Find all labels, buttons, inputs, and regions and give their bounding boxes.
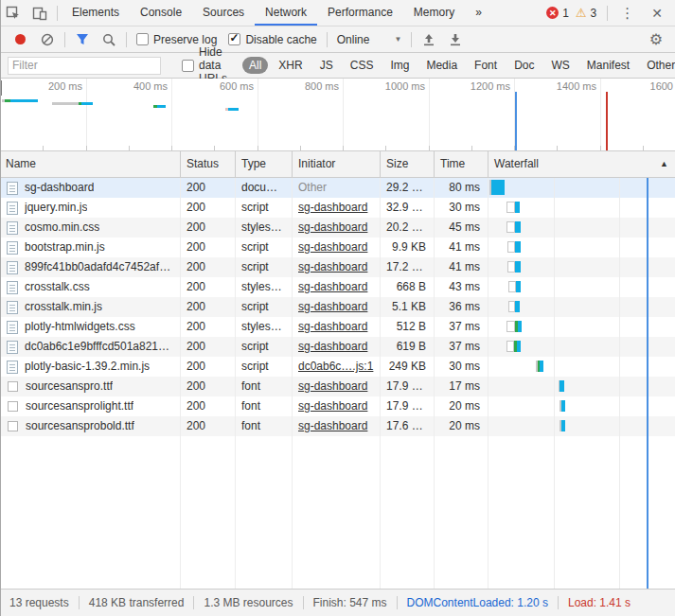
clear-button[interactable] — [36, 30, 59, 49]
initiator-link[interactable]: sg-dashboard — [298, 379, 367, 393]
table-row[interactable]: crosstalk.min.js200scriptsg-dashboard5.1… — [0, 297, 675, 317]
column-header-size[interactable]: Size — [381, 151, 435, 177]
error-badge-icon[interactable]: ✕ — [546, 7, 559, 19]
filter-pill-xhr[interactable]: XHR — [272, 57, 309, 74]
table-row[interactable]: 899fc41bb0adafd4c7452af6a…200scriptsg-da… — [0, 257, 675, 277]
checkbox-box[interactable] — [182, 60, 194, 72]
table-row[interactable]: bootstrap.min.js200scriptsg-dashboard9.9… — [0, 238, 675, 257]
cell-time: 20 ms — [435, 416, 488, 436]
tab-elements[interactable]: Elements — [62, 0, 130, 26]
filter-button[interactable] — [71, 30, 94, 49]
table-row[interactable]: jquery.min.js200scriptsg-dashboard32.9 K… — [0, 198, 675, 218]
tab-more[interactable]: » — [465, 0, 492, 26]
column-header-initiator[interactable]: Initiator — [293, 151, 381, 177]
cell-name[interactable]: sourcesansprolight.ttf — [0, 396, 181, 416]
request-name: cosmo.min.css — [25, 218, 99, 238]
timeline-minor-tick — [600, 146, 601, 150]
tab-memory[interactable]: Memory — [403, 0, 465, 26]
column-header-waterfall[interactable]: Waterfall▲ — [488, 151, 675, 177]
cell-size: 20.2 KB — [381, 218, 435, 238]
table-row[interactable]: sg-dashboard200docum…Other29.2 KB80 ms — [0, 178, 675, 198]
inspect-element-button[interactable] — [0, 0, 27, 26]
warning-triangle-icon[interactable]: ⚠ — [576, 7, 587, 19]
cell-name[interactable]: plotly-htmlwidgets.css — [0, 317, 181, 337]
close-icon[interactable]: ✕ — [643, 6, 671, 21]
cell-name[interactable]: sourcesanspro.ttf — [0, 377, 181, 396]
checkbox-box[interactable] — [228, 33, 240, 45]
column-header-type[interactable]: Type — [236, 151, 293, 177]
filter-pill-manifest[interactable]: Manifest — [580, 57, 636, 74]
cell-name[interactable]: sourcesansprobold.ttf — [0, 416, 181, 436]
cell-initiator: sg-dashboard — [293, 218, 381, 238]
table-row[interactable]: dc0ab6c1e9bfffcd501a82139…200scriptsg-da… — [0, 337, 675, 357]
column-header-status[interactable]: Status — [181, 151, 236, 177]
initiator-link[interactable]: sg-dashboard — [298, 260, 367, 273]
waterfall-dl-bar — [561, 420, 565, 431]
filter-pill-css[interactable]: CSS — [344, 57, 381, 74]
initiator-link[interactable]: sg-dashboard — [298, 201, 367, 214]
filter-pill-js[interactable]: JS — [313, 57, 340, 74]
initiator-link[interactable]: dc0ab6c….js:1 — [298, 360, 373, 373]
filter-pill-img[interactable]: Img — [383, 57, 416, 74]
tab-sources[interactable]: Sources — [192, 0, 255, 26]
initiator-link[interactable]: sg-dashboard — [298, 280, 367, 293]
kebab-menu-icon[interactable]: ⋮ — [612, 5, 643, 22]
table-row[interactable]: plotly-htmlwidgets.css200stylesh…sg-dash… — [0, 317, 675, 337]
column-header-time[interactable]: Time — [435, 151, 488, 177]
cell-name[interactable]: jquery.min.js — [0, 198, 181, 218]
record-button[interactable] — [15, 34, 26, 44]
initiator-link[interactable]: sg-dashboard — [298, 340, 367, 353]
filter-pill-ws[interactable]: WS — [544, 57, 576, 74]
filter-pill-all[interactable]: All — [242, 57, 268, 74]
initiator-link[interactable]: sg-dashboard — [298, 399, 367, 413]
search-button[interactable] — [98, 30, 120, 49]
filter-pill-font[interactable]: Font — [468, 57, 504, 74]
funnel-icon — [76, 33, 89, 45]
table-row[interactable]: cosmo.min.css200stylesh…sg-dashboard20.2… — [0, 218, 675, 238]
table-row[interactable]: sourcesansprobold.ttf200fontsg-dashboard… — [0, 416, 675, 436]
cell-name[interactable]: crosstalk.css — [0, 277, 181, 297]
disable-cache-checkbox[interactable]: Disable cache — [228, 33, 316, 46]
initiator-link[interactable]: sg-dashboard — [298, 240, 367, 254]
tab-network[interactable]: Network — [255, 0, 317, 26]
cell-name[interactable]: cosmo.min.css — [0, 218, 181, 238]
throttling-dropdown[interactable]: Online ▼ — [337, 33, 402, 46]
timeline-overview[interactable]: 200 ms400 ms600 ms800 ms1000 ms1200 ms14… — [0, 79, 675, 151]
export-har-button[interactable] — [444, 30, 467, 49]
filter-pill-media[interactable]: Media — [419, 57, 464, 74]
cell-name[interactable]: bootstrap.min.js — [0, 238, 181, 257]
cell-name[interactable]: crosstalk.min.js — [0, 297, 181, 317]
cell-name[interactable]: plotly-basic-1.39.2.min.js — [0, 357, 181, 377]
table-row[interactable]: plotly-basic-1.39.2.min.js200scriptdc0ab… — [0, 357, 675, 377]
cell-size: 17.9 KB — [381, 396, 435, 416]
import-har-button[interactable] — [417, 30, 440, 49]
device-toolbar-button[interactable] — [27, 0, 53, 26]
cell-name[interactable]: 899fc41bb0adafd4c7452af6a… — [0, 257, 181, 277]
devtools-tabbar: ElementsConsoleSourcesNetworkPerformance… — [0, 0, 675, 26]
request-name: bootstrap.min.js — [25, 238, 105, 257]
checkbox-box[interactable] — [136, 33, 149, 45]
initiator-link[interactable]: sg-dashboard — [298, 300, 367, 313]
filter-input[interactable] — [8, 57, 161, 75]
cell-status: 200 — [181, 416, 236, 436]
tab-performance[interactable]: Performance — [317, 0, 403, 26]
tab-console[interactable]: Console — [130, 0, 192, 26]
cell-size: 5.1 KB — [381, 297, 435, 317]
cell-status: 200 — [181, 277, 236, 297]
cell-name[interactable]: sg-dashboard — [0, 178, 181, 198]
cell-name[interactable]: dc0ab6c1e9bfffcd501a82139… — [0, 337, 181, 357]
settings-gear-icon[interactable]: ⚙ — [649, 30, 668, 48]
table-row[interactable]: crosstalk.css200stylesh…sg-dashboard668 … — [0, 277, 675, 297]
initiator-link[interactable]: sg-dashboard — [298, 419, 367, 432]
initiator-link[interactable]: sg-dashboard — [298, 320, 367, 333]
filter-pill-doc[interactable]: Doc — [507, 57, 541, 74]
table-row[interactable]: sourcesansprolight.ttf200fontsg-dashboar… — [0, 396, 675, 416]
initiator-link[interactable]: sg-dashboard — [298, 220, 367, 234]
column-header-name[interactable]: Name — [0, 151, 181, 177]
error-count[interactable]: 1 — [562, 7, 569, 20]
cell-status: 200 — [181, 257, 236, 277]
table-row[interactable]: sourcesanspro.ttf200fontsg-dashboard17.9… — [0, 377, 675, 396]
filter-pill-other[interactable]: Other — [640, 57, 675, 74]
warning-count[interactable]: 3 — [591, 7, 597, 20]
preserve-log-checkbox[interactable]: Preserve log — [136, 33, 217, 46]
